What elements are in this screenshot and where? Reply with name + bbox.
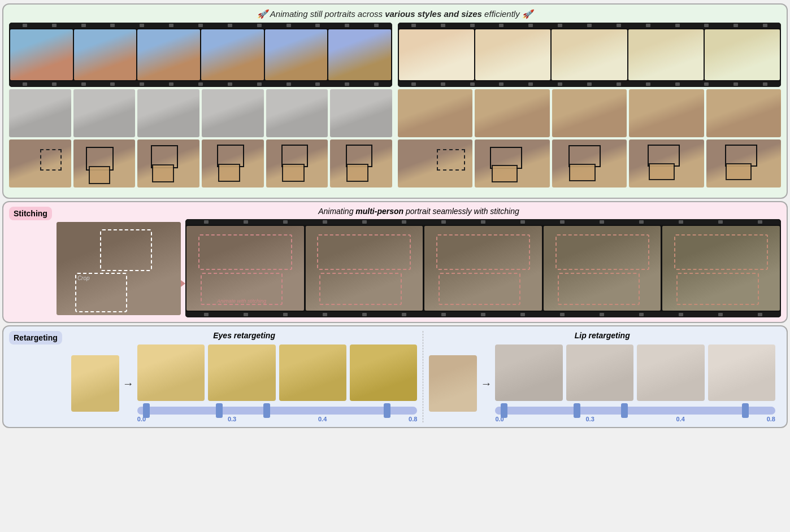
lip-source-image — [429, 355, 477, 412]
film-hole — [481, 313, 485, 316]
eyes-label-1: 0.3 — [228, 416, 236, 422]
film-hole — [257, 82, 262, 86]
film-hole — [287, 82, 291, 86]
film-hole — [520, 220, 525, 224]
film-hole — [646, 82, 650, 86]
film-hole — [81, 82, 86, 86]
film-hole — [558, 24, 562, 27]
lip-thumb-2[interactable] — [574, 403, 580, 418]
section-retargeting: Retargeting Eyes retargeting → — [2, 325, 788, 428]
portrait-asian-1 — [475, 89, 549, 137]
eyes-thumb-4[interactable] — [384, 403, 390, 418]
film-hole — [704, 24, 709, 27]
portrait-asian-source — [398, 89, 472, 137]
lip-target-3 — [637, 345, 704, 401]
eyes-targets: 0.0 0.3 0.4 0.8 — [137, 345, 418, 422]
film-frame-r2 — [475, 29, 550, 80]
lip-thumb-3[interactable] — [621, 403, 628, 418]
portrait-painting-r-1 — [475, 139, 549, 187]
eyes-slider-container: 0.0 0.3 0.4 0.8 — [137, 407, 418, 422]
film-hole — [362, 313, 367, 316]
portrait-asian-2 — [552, 89, 627, 137]
film-hole — [244, 220, 248, 224]
film-hole — [763, 82, 767, 86]
film-hole — [362, 220, 367, 224]
film-hole — [639, 313, 644, 316]
eyes-thumb-1[interactable] — [143, 403, 150, 418]
film-hole — [283, 313, 288, 316]
film-hole — [374, 82, 379, 86]
lip-label-2: 0.4 — [676, 416, 685, 422]
portrait-marble-source — [9, 89, 71, 137]
film-strip-left-outer — [9, 23, 392, 87]
film-hole — [345, 82, 349, 86]
film-hole — [23, 24, 27, 27]
portrait-painting-source — [9, 139, 71, 187]
rocket-left: 🚀 — [257, 9, 268, 19]
portrait-asian-3 — [629, 89, 704, 137]
portrait-painting-5 — [330, 139, 392, 187]
portrait-painting-r-source — [398, 139, 472, 187]
stitching-film-strip: Animate with stitching — [185, 219, 781, 317]
filmstrip-row — [9, 23, 781, 193]
portrait-rows-right — [398, 89, 781, 193]
portrait-marble-5 — [330, 89, 392, 137]
film-hole — [244, 313, 248, 316]
film-hole — [763, 24, 767, 27]
retargeting-label-text: Retargeting — [14, 333, 58, 342]
film-hole — [140, 82, 144, 86]
film-hole — [528, 82, 533, 86]
film-hole — [287, 24, 291, 27]
film-hole — [323, 313, 327, 316]
eyes-retargeting-section: Eyes retargeting → — [66, 331, 424, 422]
film-hole — [315, 24, 320, 27]
film-hole — [110, 82, 115, 86]
film-frame-r4 — [628, 29, 704, 80]
filmstrip-left — [9, 23, 392, 193]
eyes-source-image — [71, 355, 119, 412]
eyes-slider-track — [137, 407, 418, 415]
stitch-film-holes-top — [185, 219, 781, 225]
lip-label-1: 0.3 — [586, 416, 594, 422]
film-frame-r5 — [705, 29, 780, 80]
portrait-painting-4 — [266, 139, 328, 187]
film-hole — [470, 24, 475, 27]
film-hole — [204, 313, 209, 316]
film-hole — [646, 24, 650, 27]
film-hole — [441, 313, 446, 316]
portrait-painting-r-3 — [629, 139, 704, 187]
film-hole — [499, 24, 503, 27]
stitching-filmstrip: Animate with stitching — [185, 219, 781, 317]
film-hole — [718, 220, 723, 224]
film-hole — [587, 24, 592, 27]
film-hole — [198, 24, 203, 27]
eyes-thumb-3[interactable] — [263, 403, 270, 418]
film-hole — [600, 313, 604, 316]
film-frame-r3 — [552, 29, 627, 80]
film-hole — [639, 220, 644, 224]
lip-thumb-1[interactable] — [501, 403, 507, 418]
film-hole — [560, 220, 565, 224]
stitching-label: Stitching — [9, 207, 52, 220]
film-hole — [679, 313, 683, 316]
film-holes-top-left — [9, 23, 392, 28]
lip-thumb-4[interactable] — [742, 403, 749, 418]
film-hole — [169, 24, 173, 27]
film-hole — [758, 313, 762, 316]
film-hole — [402, 220, 406, 224]
portrait-painting-r-2 — [552, 139, 627, 187]
portrait-painting-3 — [202, 139, 264, 187]
section-stitching: Stitching Animating multi-person portrai… — [2, 201, 788, 323]
eyes-thumb-2[interactable] — [216, 403, 223, 418]
lip-arrow: → — [480, 377, 492, 390]
film-hole — [617, 24, 621, 27]
film-frame-3 — [137, 29, 200, 80]
lip-target-1 — [495, 345, 562, 401]
film-hole — [374, 24, 379, 27]
film-hole — [411, 24, 416, 27]
film-hole — [257, 24, 262, 27]
portrait-asian-4 — [706, 89, 781, 137]
portrait-marble-3 — [202, 89, 264, 137]
film-hole — [228, 24, 232, 27]
film-strip-inner-left — [9, 28, 392, 81]
